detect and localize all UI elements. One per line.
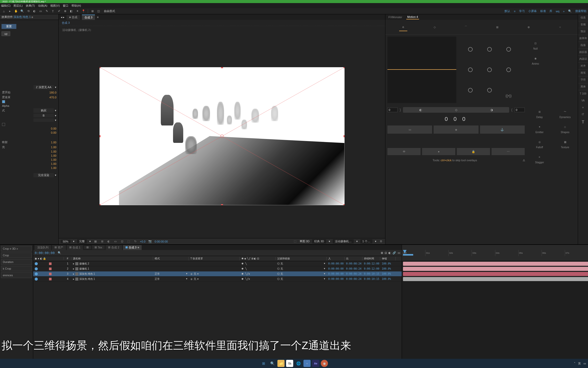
record-action[interactable]: ● [422, 148, 455, 155]
col-source-name[interactable]: 源名称 [71, 257, 153, 260]
rotate-tool-icon[interactable]: ◐ [32, 9, 37, 14]
list-icon[interactable]: ≡ [578, 104, 588, 111]
col-stretch[interactable]: 伸缩 [380, 257, 396, 260]
search-help[interactable]: 搜索帮助 [575, 9, 586, 13]
col-in[interactable]: 入 [327, 257, 345, 260]
text-tool-icon[interactable]: T [51, 9, 55, 14]
big-t-icon[interactable]: T [578, 118, 588, 126]
eraser-tool-icon[interactable]: ◧ [69, 9, 74, 14]
ws-learn[interactable]: 学习 [519, 9, 525, 13]
col-out[interactable]: 出 [345, 257, 362, 260]
work-area[interactable] [403, 254, 413, 256]
menu-view[interactable]: 视图(V) [50, 4, 60, 8]
renderer-select[interactable]: 经典 3D [312, 239, 326, 244]
anchor-tr[interactable] [506, 47, 511, 52]
arch-mode-icon[interactable]: ⌒ [462, 23, 470, 31]
ws-small[interactable]: 小屏幕 [528, 9, 537, 13]
handle-tm[interactable] [221, 67, 223, 68]
val-a[interactable]: 0.00 [51, 127, 56, 130]
handle-ml[interactable] [100, 135, 101, 137]
setup-button[interactable]: up [2, 31, 10, 36]
comp-breadcrumb[interactable]: 合成 3 [59, 20, 385, 26]
ease-in-icon[interactable]: ◐ [403, 108, 438, 112]
fx-graph[interactable] [387, 37, 456, 103]
orbit-tool-icon[interactable]: ⟲ [26, 9, 31, 14]
menu-edit[interactable]: 编辑(C) [1, 4, 10, 8]
tt-icon[interactable]: tT [578, 111, 588, 118]
checkbox-2[interactable] [2, 123, 5, 126]
character-tab[interactable]: 字符 [578, 76, 588, 83]
grid-mode-icon[interactable]: ⊞ [493, 23, 501, 31]
tool-shapes[interactable]: ◇Shapes [553, 122, 577, 135]
va-icon[interactable]: VA [578, 97, 588, 104]
handle-tl[interactable] [100, 67, 101, 68]
layer-row-4[interactable]: 4 ▸深灰色 纯色 1 正常▾ ◉ 无 ▾ ✱ ╲ƒx ◎ 无 ▾ 0:00:0… [33, 277, 402, 282]
ease-out-icon[interactable]: ◑ [474, 108, 509, 112]
comp-tab-active[interactable]: 合成 3 [82, 15, 95, 20]
val-b[interactable]: 0.00 [51, 131, 56, 134]
kcrop-btn[interactable]: k Crop [1, 266, 32, 271]
layer-row-3[interactable]: 3 ▸深灰色 纯色 1 正常▾ ◉ 无 ▾ ✱ ╲ƒx ◎ 无 ▾ 0:00:0… [33, 271, 402, 277]
home-mode-icon[interactable]: ⌂ [399, 23, 407, 31]
brush-tool-icon[interactable]: ✐ [57, 9, 61, 14]
content-tab[interactable]: 内容识 [578, 56, 588, 63]
explorer-icon[interactable]: 📁 [277, 360, 285, 367]
menu-effect[interactable]: 效果(T) [26, 4, 35, 8]
tl-tab-assets[interactable]: 资产 [52, 245, 66, 250]
refresh-icon[interactable]: ↻ [133, 239, 137, 244]
render-select[interactable]: 完全渲染 [33, 173, 54, 177]
start-button[interactable]: ⊞ [260, 360, 267, 367]
track-4[interactable] [402, 277, 588, 282]
col-trackmatte[interactable]: T 轨道遮罩 [189, 257, 240, 260]
tl-tab-comp1[interactable]: 合成 1 [67, 245, 83, 250]
puppet-tool-icon[interactable]: 📍 [81, 9, 86, 14]
audio-tab[interactable]: 音频 [578, 21, 588, 28]
text-tool-t-icon[interactable]: T 169 [578, 90, 588, 97]
anchor-tl[interactable] [468, 47, 473, 52]
footer-timecode[interactable]: 0:00:00:00 [155, 240, 168, 243]
align-icon[interactable]: ◫ [96, 9, 101, 14]
anchor-c[interactable] [487, 67, 492, 72]
quality-select[interactable]: 完整 [77, 239, 87, 244]
selection-tool-icon[interactable]: ▸ [8, 9, 12, 14]
ae-icon[interactable]: Ae [312, 360, 319, 367]
anchor-ml[interactable] [468, 67, 473, 72]
track-3[interactable] [402, 271, 588, 277]
menu-help[interactable]: 帮助(H) [71, 4, 81, 8]
region-icon[interactable]: ▭ [113, 239, 117, 244]
checkbox-1[interactable] [2, 100, 5, 103]
notifications-icon[interactable]: ▭ [583, 362, 586, 365]
search-icon[interactable]: 🔍 [568, 9, 572, 13]
layer-row-1[interactable]: 1 ▸摄像机 2 ✱ ╲ ◎ 无 ▾ 0:00:00:00 0:00:08:24… [33, 261, 402, 266]
draft-icon[interactable]: ⬚ [293, 239, 297, 244]
home-icon[interactable]: ⌂ [2, 9, 6, 14]
wave-action[interactable]: 〰 [492, 148, 525, 155]
ws-standard[interactable]: 标准 [540, 9, 546, 13]
mode-select[interactable]: 购买 [33, 108, 54, 113]
camera-select[interactable]: 活动摄像机… [333, 239, 354, 244]
snapshot-icon[interactable]: 📷 [148, 239, 152, 244]
crop-row[interactable]: Crop ≡ 3D » [1, 246, 32, 251]
anchor-mr[interactable] [506, 67, 511, 72]
drop-mode-icon[interactable]: ◇ [431, 23, 439, 31]
viewport[interactable] [59, 34, 385, 238]
target-mode-icon[interactable]: ⊕ [525, 23, 533, 31]
col-duration[interactable]: 持续时间 [362, 257, 380, 260]
timeline-timecode[interactable]: 0:00:00:00 [35, 251, 55, 255]
prefs-btn[interactable]: erences [1, 272, 32, 278]
zoom-tool-icon[interactable]: 🔍 [20, 9, 24, 14]
app2-icon[interactable]: ◉ [321, 360, 328, 367]
key-button[interactable]: ◈ [434, 125, 478, 134]
tl-icon-1[interactable]: ⊞ [381, 251, 383, 255]
transparency-icon[interactable]: ⊡ [120, 239, 124, 244]
chrome-icon[interactable]: 🌐 [295, 360, 302, 367]
ime-indicator[interactable]: 英 [578, 362, 581, 365]
tab-motion4[interactable]: Motion 4 [406, 15, 419, 19]
tab-menu-icon[interactable]: ≡ [97, 16, 99, 19]
info-tab[interactable]: 信息 [578, 14, 588, 21]
lock-action[interactable]: 🔒 [457, 148, 490, 155]
store-icon[interactable]: 🛍 [286, 360, 293, 367]
start-value[interactable]: 180.0 [49, 91, 56, 94]
tl-icon-3[interactable]: ◐ [388, 251, 391, 255]
tool-falloff[interactable]: ◎Falloff [528, 137, 551, 150]
